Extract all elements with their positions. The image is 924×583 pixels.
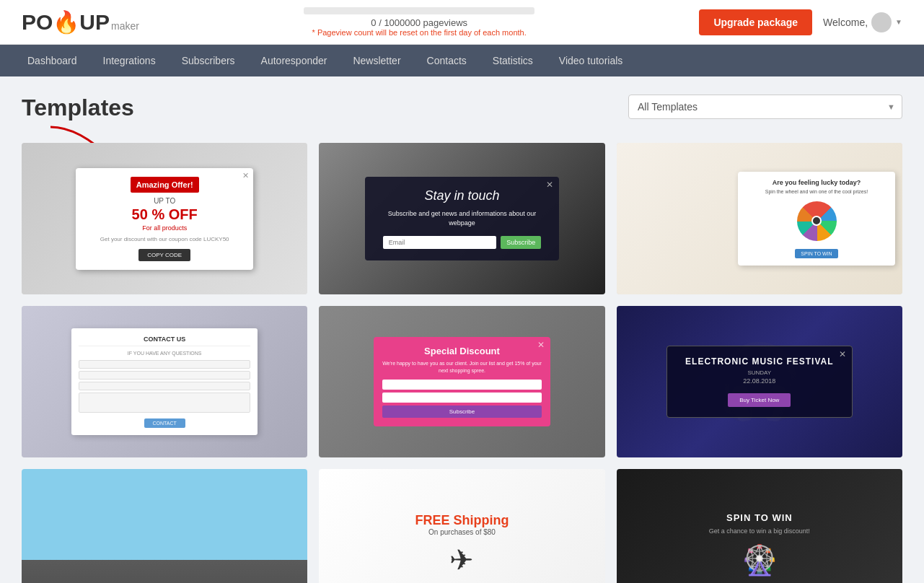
template-card-spin-wheel[interactable]: Are you feeling lucky today? Spin the wh… [617, 143, 902, 294]
logo-text: PO🔥UP [22, 9, 110, 35]
card1-percent: 50 % OFF [83, 206, 246, 223]
card2-title: Stay in touch [375, 188, 550, 203]
card2-close-icon: ✕ [546, 180, 553, 190]
card6-subtitle: SUNDAY [676, 369, 843, 376]
nav-dashboard[interactable]: Dashboard [14, 45, 90, 76]
plane-icon: ✈ [415, 543, 509, 577]
card2-email-input[interactable] [383, 236, 496, 249]
card4-message-field [79, 393, 250, 413]
avatar [871, 12, 892, 32]
pageview-label: 0 / 1000000 pageviews [154, 17, 685, 28]
card3-background: Are you feeling lucky today? Spin the wh… [617, 143, 902, 294]
card5-firstname-field [382, 393, 542, 403]
template-grid: ✕ Amazing Offer! UP TO 50 % OFF For all … [22, 143, 902, 583]
card5-title: Special Discount [382, 346, 542, 356]
template-card-spin-to-win[interactable]: SPIN TO WIN Get a chance to win a big di… [617, 469, 902, 583]
card6-popup: ✕ ELECTRONIC MUSIC FESTIVAL SUNDAY 22.08… [666, 346, 853, 418]
card1-ribbon: Amazing Offer! [131, 177, 199, 193]
card4-subtitle: IF YOU HAVE ANY QUESTIONS [79, 351, 250, 356]
card1-copy-btn: COPY CODE [138, 249, 190, 261]
logo: PO🔥UP maker [22, 9, 139, 35]
freeship-content: FREE Shipping On purchases of $80 ✈ [415, 513, 509, 577]
card4-popup: CONTACT US IF YOU HAVE ANY QUESTIONS CON… [71, 328, 258, 435]
logo-pop: PO [22, 10, 53, 34]
card6-date: 22.08.2018 [676, 377, 843, 385]
nav-video-tutorials[interactable]: Video tutorials [546, 45, 635, 76]
header: PO🔥UP maker 0 / 1000000 pageviews * Page… [0, 0, 924, 45]
card5-close-icon: ✕ [537, 340, 545, 350]
card2-popup: ✕ Stay in touch Subscribe and get news a… [365, 177, 560, 260]
card1-upto: UP TO [83, 197, 246, 205]
card3-wheel-center [811, 216, 822, 226]
card1-popup: ✕ Amazing Offer! UP TO 50 % OFF For all … [76, 168, 253, 270]
welcome-label: Welcome, [823, 17, 868, 28]
card2-background: ✕ Stay in touch Subscribe and get news a… [319, 143, 604, 294]
templates-header: Templates All Templates Popup Floating b… [22, 95, 902, 121]
card5-email-field [382, 380, 542, 390]
chevron-down-icon[interactable]: ▼ [895, 18, 902, 26]
template-card-free-shipping[interactable]: FREE Shipping On purchases of $80 ✈ ✕ [319, 469, 604, 583]
card3-spin-description: Spin the wheel and win one of the cool p… [745, 188, 888, 195]
card1-close-icon: ✕ [242, 171, 249, 180]
template-card-special-discount[interactable]: ✕ Special Discount We're happy to have y… [319, 306, 604, 457]
spin2-wheel-icon: 🎡 [742, 543, 778, 577]
card4-contact-btn: CONTACT [144, 418, 185, 428]
spin2-content: SPIN TO WIN Get a chance to win a big di… [617, 469, 902, 583]
card3-spin-btn: SPIN TO WIN [795, 249, 837, 258]
card6-ticket-btn: Buy Ticket Now [728, 393, 791, 407]
header-right: Upgrade package Welcome, ▼ [699, 9, 902, 35]
card1-forall: For all products [83, 224, 246, 232]
welcome-section: Welcome, ▼ [823, 12, 902, 32]
card1-background: ✕ Amazing Offer! UP TO 50 % OFF For all … [22, 143, 307, 294]
pageview-section: 0 / 1000000 pageviews * Pageview count w… [154, 7, 685, 37]
nav-newsletter[interactable]: Newsletter [340, 45, 413, 76]
template-card-contact-us[interactable]: CONTACT US IF YOU HAVE ANY QUESTIONS CON… [22, 306, 307, 457]
card1-coupon: Get your discount with our coupon code L… [83, 236, 246, 242]
template-card-music-festival[interactable]: 🎧 ✕ ELECTRONIC MUSIC FESTIVAL SUNDAY 22.… [617, 306, 902, 457]
card3-lucky-text: Are you feeling lucky today? [745, 179, 888, 186]
spin2-title: SPIN TO WIN [726, 512, 793, 523]
pageview-bar [304, 7, 534, 14]
template-filter-select[interactable]: All Templates Popup Floating bar Slide-i… [628, 95, 902, 119]
nav-statistics[interactable]: Statistics [480, 45, 546, 76]
main-content: Templates All Templates Popup Floating b… [0, 76, 924, 583]
template-card-amazing-offer[interactable]: ✕ Amazing Offer! UP TO 50 % OFF For all … [22, 143, 307, 294]
spin2-subtitle: Get a chance to win a big discount! [695, 527, 824, 535]
card3-popup: Are you feeling lucky today? Spin the wh… [738, 172, 895, 265]
card2-subtitle: Subscribe and get news and informations … [375, 209, 550, 227]
pageview-note: * Pageview count will be reset on the fi… [154, 28, 685, 37]
card5-popup: ✕ Special Discount We're happy to have y… [374, 337, 551, 427]
logo-up: UP [79, 10, 110, 34]
nav-subscribers[interactable]: Subscribers [169, 45, 248, 76]
card4-subject-field [79, 382, 250, 390]
nav-integrations[interactable]: Integrations [90, 45, 169, 76]
card4-title: CONTACT US [79, 336, 250, 346]
logo-maker-text: maker [111, 20, 139, 32]
card2-subscribe-btn[interactable]: Subscribe [501, 236, 541, 249]
template-card-houses[interactable]: 🏠 🏠 🏠 🏠 ✕ [22, 469, 307, 583]
card6-title: ELECTRONIC MUSIC FESTIVAL [676, 356, 843, 367]
freeship-subtitle: On purchases of $80 [415, 528, 509, 536]
card4-background: CONTACT US IF YOU HAVE ANY QUESTIONS CON… [22, 306, 307, 457]
page-title: Templates [22, 95, 134, 121]
card5-background: ✕ Special Discount We're happy to have y… [319, 306, 604, 457]
filter-select-wrapper[interactable]: All Templates Popup Floating bar Slide-i… [628, 95, 902, 119]
nav-contacts[interactable]: Contacts [414, 45, 480, 76]
card4-name-field [79, 371, 250, 380]
card6-close-icon: ✕ [839, 349, 846, 359]
template-card-stay-in-touch[interactable]: ✕ Stay in touch Subscribe and get news a… [319, 143, 604, 294]
card3-wheel [797, 201, 837, 241]
card5-subscribe-btn[interactable]: Subscribe [382, 406, 542, 418]
freeship-title: FREE Shipping [415, 513, 509, 528]
upgrade-button[interactable]: Upgrade package [699, 9, 812, 35]
card5-text: We're happy to have you as our client. J… [382, 360, 542, 374]
card4-email-field [79, 360, 250, 369]
card6-background: 🎧 ✕ ELECTRONIC MUSIC FESTIVAL SUNDAY 22.… [617, 306, 902, 457]
nav-autoresponder[interactable]: Autoresponder [248, 45, 340, 76]
templates-title-area: Templates [22, 95, 134, 121]
logo-fire-icon: 🔥 [53, 10, 79, 34]
navigation: Dashboard Integrations Subscribers Autor… [0, 45, 924, 76]
card2-form: Subscribe [375, 234, 550, 249]
